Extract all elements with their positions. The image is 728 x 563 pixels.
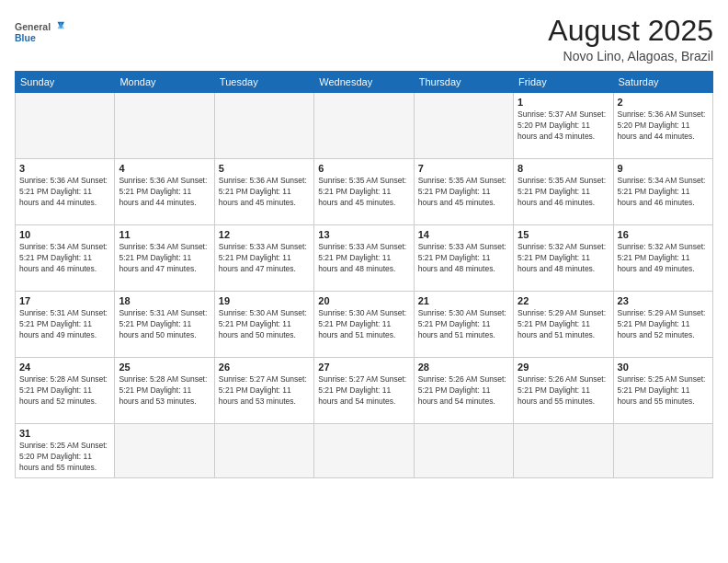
day-number: 11: [119, 229, 210, 240]
header-friday: Friday: [514, 72, 613, 93]
calendar-cell: [115, 93, 214, 159]
calendar-cell: 31Sunrise: 5:25 AM Sunset: 5:20 PM Dayli…: [16, 424, 115, 478]
calendar-cell: 10Sunrise: 5:34 AM Sunset: 5:21 PM Dayli…: [16, 225, 115, 292]
calendar-cell: [414, 424, 513, 478]
day-detail: Sunrise: 5:35 AM Sunset: 5:21 PM Dayligh…: [418, 176, 509, 209]
day-number: 31: [19, 428, 110, 439]
calendar-cell: 20Sunrise: 5:30 AM Sunset: 5:21 PM Dayli…: [314, 292, 414, 358]
week-row-5: 31Sunrise: 5:25 AM Sunset: 5:20 PM Dayli…: [16, 424, 713, 478]
day-number: 23: [618, 295, 709, 306]
calendar-cell: [214, 93, 313, 159]
day-number: 29: [518, 362, 609, 373]
calendar-cell: 15Sunrise: 5:32 AM Sunset: 5:21 PM Dayli…: [514, 225, 613, 292]
calendar-cell: [314, 424, 414, 478]
calendar-cell: 30Sunrise: 5:25 AM Sunset: 5:21 PM Dayli…: [613, 358, 712, 424]
day-detail: Sunrise: 5:30 AM Sunset: 5:21 PM Dayligh…: [418, 308, 509, 341]
day-detail: Sunrise: 5:32 AM Sunset: 5:21 PM Dayligh…: [518, 242, 609, 275]
day-detail: Sunrise: 5:30 AM Sunset: 5:21 PM Dayligh…: [219, 308, 310, 341]
header-thursday: Thursday: [414, 72, 513, 93]
day-detail: Sunrise: 5:36 AM Sunset: 5:20 PM Dayligh…: [618, 109, 709, 143]
day-number: 1: [518, 97, 609, 108]
day-detail: Sunrise: 5:25 AM Sunset: 5:21 PM Dayligh…: [618, 374, 709, 408]
calendar-cell: [115, 424, 214, 478]
calendar-cell: 9Sunrise: 5:34 AM Sunset: 5:21 PM Daylig…: [613, 159, 712, 225]
calendar-cell: 5Sunrise: 5:36 AM Sunset: 5:21 PM Daylig…: [214, 159, 313, 225]
day-number: 2: [618, 97, 709, 108]
svg-text:General: General: [15, 21, 51, 32]
day-detail: Sunrise: 5:27 AM Sunset: 5:21 PM Dayligh…: [219, 374, 310, 408]
location: Novo Lino, Alagoas, Brazil: [548, 49, 713, 63]
calendar-cell: [214, 424, 313, 478]
calendar-cell: 2Sunrise: 5:36 AM Sunset: 5:20 PM Daylig…: [613, 93, 712, 159]
day-number: 20: [318, 295, 409, 306]
day-number: 27: [318, 362, 409, 373]
day-detail: Sunrise: 5:35 AM Sunset: 5:21 PM Dayligh…: [518, 176, 609, 209]
calendar-cell: 23Sunrise: 5:29 AM Sunset: 5:21 PM Dayli…: [613, 292, 712, 358]
calendar-cell: 16Sunrise: 5:32 AM Sunset: 5:21 PM Dayli…: [613, 225, 712, 292]
calendar-cell: 8Sunrise: 5:35 AM Sunset: 5:21 PM Daylig…: [514, 159, 613, 225]
header-wednesday: Wednesday: [314, 72, 414, 93]
week-row-2: 10Sunrise: 5:34 AM Sunset: 5:21 PM Dayli…: [16, 225, 713, 292]
day-detail: Sunrise: 5:33 AM Sunset: 5:21 PM Dayligh…: [219, 242, 310, 275]
day-detail: Sunrise: 5:34 AM Sunset: 5:21 PM Dayligh…: [618, 176, 709, 209]
calendar-cell: 12Sunrise: 5:33 AM Sunset: 5:21 PM Dayli…: [214, 225, 313, 292]
day-number: 9: [618, 163, 709, 174]
day-detail: Sunrise: 5:36 AM Sunset: 5:21 PM Dayligh…: [19, 176, 110, 209]
header-saturday: Saturday: [613, 72, 712, 93]
header-tuesday: Tuesday: [214, 72, 313, 93]
week-row-3: 17Sunrise: 5:31 AM Sunset: 5:21 PM Dayli…: [16, 292, 713, 358]
calendar-cell: 27Sunrise: 5:27 AM Sunset: 5:21 PM Dayli…: [314, 358, 414, 424]
week-row-4: 24Sunrise: 5:28 AM Sunset: 5:21 PM Dayli…: [16, 358, 713, 424]
calendar-cell: 7Sunrise: 5:35 AM Sunset: 5:21 PM Daylig…: [414, 159, 513, 225]
calendar-cell: 17Sunrise: 5:31 AM Sunset: 5:21 PM Dayli…: [16, 292, 115, 358]
calendar-cell: 24Sunrise: 5:28 AM Sunset: 5:21 PM Dayli…: [16, 358, 115, 424]
day-number: 12: [219, 229, 310, 240]
day-number: 26: [219, 362, 310, 373]
header: General Blue August 2025 Novo Lino, Alag…: [15, 15, 713, 63]
calendar-cell: 29Sunrise: 5:26 AM Sunset: 5:21 PM Dayli…: [514, 358, 613, 424]
day-number: 3: [19, 163, 110, 174]
page: General Blue August 2025 Novo Lino, Alag…: [0, 0, 728, 563]
day-detail: Sunrise: 5:28 AM Sunset: 5:21 PM Dayligh…: [119, 374, 210, 408]
day-number: 16: [618, 229, 709, 240]
day-detail: Sunrise: 5:34 AM Sunset: 5:21 PM Dayligh…: [119, 242, 210, 275]
header-sunday: Sunday: [16, 72, 115, 93]
day-number: 21: [418, 295, 509, 306]
day-number: 30: [618, 362, 709, 373]
day-detail: Sunrise: 5:27 AM Sunset: 5:21 PM Dayligh…: [318, 374, 409, 408]
calendar-cell: [16, 93, 115, 159]
day-number: 28: [418, 362, 509, 373]
day-detail: Sunrise: 5:26 AM Sunset: 5:21 PM Dayligh…: [518, 374, 609, 408]
day-detail: Sunrise: 5:33 AM Sunset: 5:21 PM Dayligh…: [318, 242, 409, 275]
day-number: 17: [19, 295, 110, 306]
calendar-cell: [314, 93, 414, 159]
day-detail: Sunrise: 5:30 AM Sunset: 5:21 PM Dayligh…: [318, 308, 409, 341]
calendar-cell: 28Sunrise: 5:26 AM Sunset: 5:21 PM Dayli…: [414, 358, 513, 424]
day-detail: Sunrise: 5:34 AM Sunset: 5:21 PM Dayligh…: [19, 242, 110, 275]
header-monday: Monday: [115, 72, 214, 93]
day-detail: Sunrise: 5:32 AM Sunset: 5:21 PM Dayligh…: [618, 242, 709, 275]
day-number: 5: [219, 163, 310, 174]
svg-text:Blue: Blue: [15, 32, 36, 43]
day-detail: Sunrise: 5:31 AM Sunset: 5:21 PM Dayligh…: [19, 308, 110, 341]
day-number: 8: [518, 163, 609, 174]
day-detail: Sunrise: 5:25 AM Sunset: 5:20 PM Dayligh…: [19, 441, 110, 474]
calendar-table: SundayMondayTuesdayWednesdayThursdayFrid…: [15, 71, 713, 478]
day-detail: Sunrise: 5:33 AM Sunset: 5:21 PM Dayligh…: [418, 242, 509, 275]
day-detail: Sunrise: 5:35 AM Sunset: 5:21 PM Dayligh…: [318, 176, 409, 209]
day-number: 6: [318, 163, 409, 174]
day-number: 4: [119, 163, 210, 174]
calendar-cell: 14Sunrise: 5:33 AM Sunset: 5:21 PM Dayli…: [414, 225, 513, 292]
logo-svg: General Blue: [15, 15, 70, 50]
calendar-cell: 21Sunrise: 5:30 AM Sunset: 5:21 PM Dayli…: [414, 292, 513, 358]
week-row-1: 3Sunrise: 5:36 AM Sunset: 5:21 PM Daylig…: [16, 159, 713, 225]
day-number: 10: [19, 229, 110, 240]
day-detail: Sunrise: 5:26 AM Sunset: 5:21 PM Dayligh…: [418, 374, 509, 408]
day-number: 25: [119, 362, 210, 373]
day-number: 7: [418, 163, 509, 174]
calendar-cell: 25Sunrise: 5:28 AM Sunset: 5:21 PM Dayli…: [115, 358, 214, 424]
calendar-cell: [514, 424, 613, 478]
week-row-0: 1Sunrise: 5:37 AM Sunset: 5:20 PM Daylig…: [16, 93, 713, 159]
day-number: 24: [19, 362, 110, 373]
month-title: August 2025: [548, 15, 713, 47]
